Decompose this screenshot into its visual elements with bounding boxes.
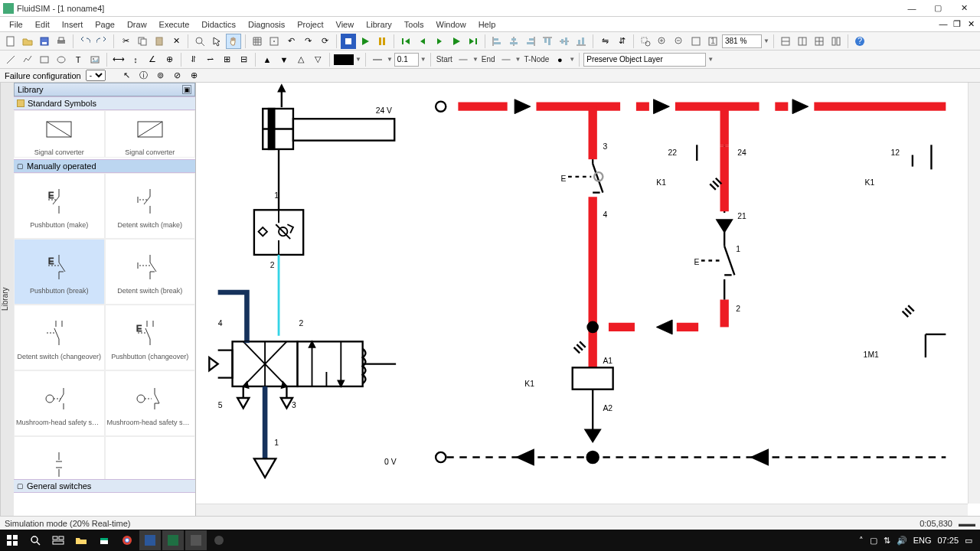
fluidsim-task[interactable] bbox=[185, 530, 207, 550]
simulation-play-button[interactable] bbox=[358, 34, 373, 49]
redo-button[interactable] bbox=[94, 34, 109, 49]
library-section-manual[interactable]: ▢ Manually operated bbox=[14, 159, 195, 173]
refresh-button[interactable]: ⟳ bbox=[317, 34, 332, 49]
menu-window[interactable]: Window bbox=[430, 18, 472, 31]
vertical-scrollbar[interactable] bbox=[968, 83, 980, 504]
library-item-signal-converter-b[interactable]: Signal converter bbox=[105, 110, 196, 158]
search-button[interactable] bbox=[24, 530, 46, 550]
library-item-detent-make[interactable]: Detent switch (make) bbox=[105, 173, 196, 239]
layout-b-button[interactable] bbox=[795, 34, 810, 49]
menu-didactics[interactable]: Didactics bbox=[195, 18, 242, 31]
snap-toggle[interactable] bbox=[266, 34, 282, 49]
rotate-right-button[interactable]: ↷ bbox=[300, 34, 315, 49]
menu-help[interactable]: Help bbox=[472, 18, 502, 31]
menu-project[interactable]: Project bbox=[291, 18, 329, 31]
menu-edit[interactable]: Edit bbox=[29, 18, 56, 31]
library-item-mushroom-a[interactable]: Mushroom-head safety sw... bbox=[14, 370, 105, 436]
tray-language[interactable]: ENG bbox=[913, 536, 932, 545]
delete-button[interactable]: ✕ bbox=[168, 34, 184, 49]
step-back-button[interactable] bbox=[415, 34, 430, 49]
plot-mode-button[interactable]: ⊘ bbox=[172, 70, 184, 81]
flip-h-button[interactable]: ⇋ bbox=[597, 34, 612, 49]
library-item-pushbutton-break[interactable]: E Pushbutton (break) bbox=[14, 239, 105, 305]
step-first-button[interactable] bbox=[398, 34, 413, 49]
text-tool[interactable]: T bbox=[70, 52, 86, 67]
dim-h-tool[interactable]: ⟷ bbox=[111, 52, 126, 67]
library-close-button[interactable]: ▣ bbox=[182, 85, 191, 94]
menu-insert[interactable]: Insert bbox=[56, 18, 90, 31]
menu-execute[interactable]: Execute bbox=[153, 18, 196, 31]
rect-tool[interactable] bbox=[37, 52, 52, 67]
grid-toggle[interactable] bbox=[250, 34, 265, 49]
app-task-b[interactable] bbox=[162, 530, 184, 550]
step-last-button[interactable] bbox=[466, 34, 481, 49]
backward-button[interactable]: ▽ bbox=[310, 52, 325, 67]
mdi-close-button[interactable]: ✕ bbox=[965, 19, 977, 29]
tray-battery-icon[interactable]: ▢ bbox=[870, 536, 877, 546]
tray-chevron-up-icon[interactable]: ˄ bbox=[859, 536, 864, 546]
dim-node-tool[interactable]: ⊕ bbox=[162, 52, 177, 67]
group-tool[interactable]: ⊞ bbox=[219, 52, 234, 67]
copy-button[interactable] bbox=[135, 34, 150, 49]
explorer-task[interactable] bbox=[70, 530, 92, 550]
zoom-100-button[interactable]: 1 bbox=[705, 34, 720, 49]
cursor-mode-button[interactable]: ↖ bbox=[121, 70, 133, 81]
system-tray[interactable]: ˄ ▢ ⇅ 🔊 ENG 07:25 ▭ bbox=[853, 536, 978, 546]
window-close-button[interactable]: ✕ bbox=[951, 1, 977, 16]
send-back-button[interactable]: ▼ bbox=[276, 52, 292, 67]
align-bottom-button[interactable] bbox=[573, 34, 589, 49]
align-hcenter-button[interactable] bbox=[506, 34, 521, 49]
start-button[interactable] bbox=[2, 530, 23, 550]
library-item-empty[interactable] bbox=[105, 436, 196, 479]
menu-page[interactable]: Page bbox=[89, 18, 121, 31]
probe-mode-button[interactable]: ⊕ bbox=[188, 70, 201, 81]
cut-button[interactable]: ✂ bbox=[118, 34, 133, 49]
step-forward-button[interactable] bbox=[432, 34, 447, 49]
ellipse-tool[interactable] bbox=[54, 52, 69, 67]
save-button[interactable] bbox=[37, 34, 52, 49]
line-width-input[interactable] bbox=[394, 53, 419, 67]
layer-select[interactable] bbox=[583, 53, 706, 67]
bring-front-button[interactable]: ▲ bbox=[260, 52, 275, 67]
library-item-detent-changeover[interactable]: Detent switch (changeover) bbox=[14, 305, 105, 370]
zoom-out-button[interactable] bbox=[671, 34, 687, 49]
tnode-style[interactable]: ● bbox=[552, 52, 567, 67]
canvas-area[interactable]: 1 2 bbox=[196, 83, 980, 516]
paste-button[interactable] bbox=[152, 34, 167, 49]
horizontal-scrollbar[interactable] bbox=[196, 504, 968, 516]
print-button[interactable] bbox=[54, 34, 69, 49]
find-button[interactable] bbox=[192, 34, 207, 49]
flip-v-button[interactable]: ⇵ bbox=[614, 34, 629, 49]
layout-a-button[interactable] bbox=[778, 34, 793, 49]
zoom-in-button[interactable] bbox=[655, 34, 670, 49]
simulation-pause-button[interactable] bbox=[374, 34, 390, 49]
dim-angle-tool[interactable]: ∠ bbox=[145, 52, 160, 67]
line-end-style[interactable] bbox=[498, 52, 514, 67]
app-task-a[interactable] bbox=[139, 530, 161, 550]
step-play-button[interactable] bbox=[449, 34, 464, 49]
library-section-general[interactable]: ▢ General switches bbox=[14, 479, 195, 493]
menu-tools[interactable]: Tools bbox=[398, 18, 430, 31]
line-tool[interactable] bbox=[3, 52, 18, 67]
info-mode-button[interactable]: ⓘ bbox=[138, 70, 150, 81]
menu-diagnosis[interactable]: Diagnosis bbox=[242, 18, 291, 31]
app-task-c[interactable] bbox=[208, 530, 230, 550]
linestyle-button[interactable] bbox=[370, 52, 385, 67]
chrome-task[interactable] bbox=[116, 530, 138, 550]
library-item-signal-converter-a[interactable]: Signal converter bbox=[14, 110, 105, 158]
align-top-button[interactable] bbox=[540, 34, 555, 49]
zoom-area-button[interactable] bbox=[638, 34, 653, 49]
taskview-button[interactable] bbox=[47, 530, 69, 550]
menu-view[interactable]: View bbox=[330, 18, 361, 31]
align-right-button[interactable] bbox=[523, 34, 538, 49]
pan-tool[interactable] bbox=[226, 34, 241, 49]
image-tool[interactable] bbox=[87, 52, 103, 67]
undo-button[interactable] bbox=[77, 34, 93, 49]
window-minimize-button[interactable]: — bbox=[899, 1, 925, 16]
library-item-detent-break[interactable]: Detent switch (break) bbox=[105, 239, 196, 305]
align-left-button[interactable] bbox=[489, 34, 505, 49]
library-item-pushbutton-make[interactable]: E Pushbutton (make) bbox=[14, 173, 105, 239]
mirror-h-tool[interactable]: ⥯ bbox=[185, 52, 201, 67]
tray-notifications-icon[interactable]: ▭ bbox=[965, 536, 972, 546]
menu-file[interactable]: File bbox=[3, 18, 29, 31]
